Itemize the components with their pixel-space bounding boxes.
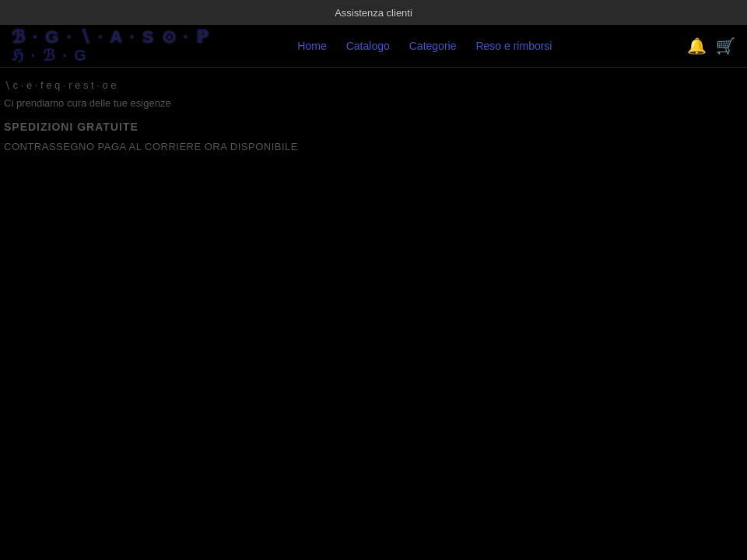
nav-link-categorie[interactable]: Categorie <box>409 40 457 52</box>
nav-link-reso[interactable]: Reso e rimborsi <box>475 40 552 52</box>
logo-line2: ℌ · ℬ · G <box>12 47 209 64</box>
nav-icons: 🔔 🛒 <box>687 37 735 55</box>
main-content: ∖ c · e · f e q · r e s t · o e Ci prend… <box>0 68 747 164</box>
cart-icon[interactable]: 🛒 <box>716 37 735 55</box>
nav-link-home[interactable]: Home <box>297 40 326 52</box>
cta-primary: SPEDIZIONI GRATUITE <box>4 121 743 133</box>
nav-link-catalogo[interactable]: Catalogo <box>346 40 390 52</box>
page-subtitle: ∖ c · e · f e q · r e s t · o e <box>4 79 743 91</box>
nav-links: Home Catalogo Categorie Reso e rimborsi <box>297 40 552 52</box>
logo-line1: ℬ · G · ∖ · A · S ⊙ · ℙ <box>12 28 209 47</box>
bell-icon[interactable]: 🔔 <box>687 37 707 55</box>
top-bar-title: Assistenza clienti <box>335 7 412 19</box>
nav-bar: ℬ · G · ∖ · A · S ⊙ · ℙ ℌ · ℬ · G Home C… <box>0 25 747 68</box>
cta-secondary: CONTRASSEGNO PAGA AL CORRIERE ORA DISPON… <box>4 141 743 152</box>
page-description: Ci prendiamo cura delle tue esigenze <box>4 97 743 109</box>
logo: ℬ · G · ∖ · A · S ⊙ · ℙ ℌ · ℬ · G <box>4 28 209 64</box>
top-bar: Assistenza clienti <box>0 0 747 25</box>
